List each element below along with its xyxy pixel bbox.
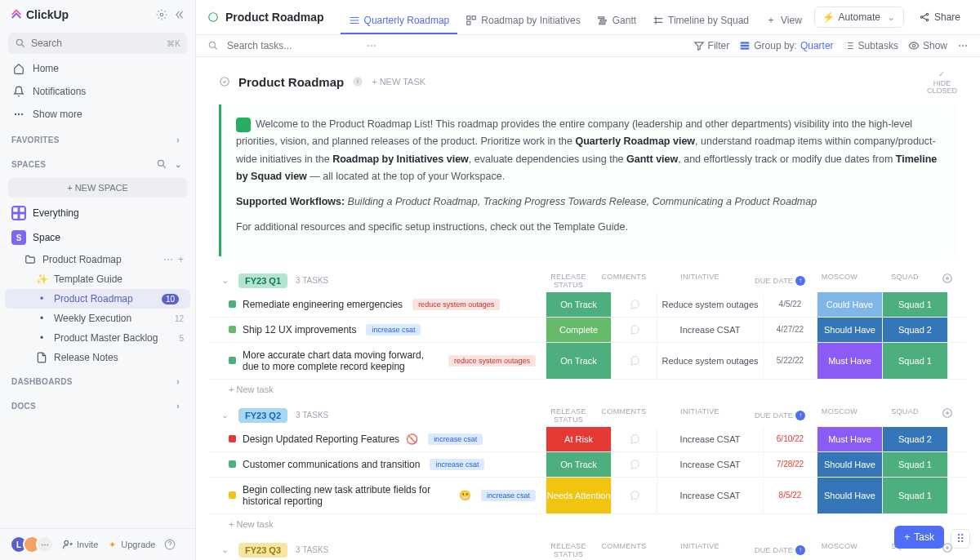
view-tab[interactable]: Gantt — [589, 8, 644, 34]
task-tag[interactable]: increase csat — [481, 490, 536, 501]
add-task-row[interactable]: + New task — [209, 514, 967, 534]
tree-item[interactable]: •Weekly Execution12 — [0, 309, 195, 328]
tree-item[interactable]: Release Notes — [0, 348, 195, 367]
col-header-comments[interactable]: COMMENTS — [601, 407, 647, 424]
due-date-cell[interactable]: 5/22/22 — [763, 343, 817, 379]
col-header-initiative[interactable]: INITIATIVE — [647, 542, 753, 558]
search-spaces-icon[interactable] — [156, 158, 167, 170]
task-tag[interactable]: increase csat — [430, 459, 484, 470]
tree-item[interactable]: ✨Template Guide — [0, 269, 195, 289]
col-header-moscow[interactable]: MOSCOW — [807, 273, 872, 289]
task-row[interactable]: Design Updated Reporting Features 🚫incre… — [209, 427, 967, 452]
task-row[interactable]: Ship 12 UX improvements increase csatCom… — [209, 318, 967, 343]
initiative-cell[interactable]: Increase CSAT — [657, 452, 763, 477]
invite-button[interactable]: Invite — [62, 539, 98, 550]
add-column-button[interactable] — [938, 407, 957, 424]
settings-icon[interactable] — [156, 9, 167, 20]
task-name[interactable]: Customer communications and transition — [243, 459, 420, 470]
new-task-link[interactable]: + NEW TASK — [372, 77, 425, 87]
moscow-cell[interactable]: Should Have — [817, 452, 882, 477]
sort-indicator[interactable]: ↑ — [795, 545, 805, 555]
dashboards-header[interactable]: DASHBOARDS› — [0, 367, 195, 392]
squad-cell[interactable]: Squad 2 — [882, 318, 947, 342]
col-header-squad[interactable]: SQUAD — [872, 407, 938, 424]
avatar-stack[interactable]: L ⋯ — [10, 536, 54, 553]
tree-item[interactable]: •Product Roadmap10 — [5, 289, 190, 309]
col-header-moscow[interactable]: MOSCOW — [807, 542, 872, 558]
add-column-button[interactable] — [938, 273, 957, 289]
task-row[interactable]: Begin collecting new task attribute fiel… — [209, 478, 967, 514]
subtasks-button[interactable]: Subtasks — [844, 40, 898, 51]
show-button[interactable]: Show — [908, 40, 947, 51]
chevron-down-icon[interactable]: ⌄ — [172, 158, 184, 170]
comments-cell[interactable] — [611, 427, 657, 451]
due-date-cell[interactable]: 4/5/22 — [763, 292, 817, 317]
initiative-cell[interactable]: Increase CSAT — [657, 318, 763, 342]
info-icon[interactable]: i — [352, 76, 363, 87]
moscow-cell[interactable]: Could Have — [817, 292, 882, 317]
squad-cell[interactable]: Squad 1 — [882, 343, 947, 379]
task-name[interactable]: More accurate chart data moving forward,… — [243, 349, 439, 372]
task-tag[interactable]: reduce system outages — [412, 299, 500, 310]
release-status-cell[interactable]: On Track — [546, 452, 611, 477]
col-header-status[interactable]: RELEASE STATUS — [536, 542, 601, 558]
group-header[interactable]: ⌄FY23 Q23 TASKSRELEASE STATUSCOMMENTSINI… — [209, 404, 967, 427]
squad-cell[interactable]: Squad 2 — [882, 427, 947, 451]
task-tag[interactable]: increase csat — [428, 433, 483, 445]
task-tag[interactable]: reduce system outages — [448, 355, 536, 367]
col-header-moscow[interactable]: MOSCOW — [807, 407, 872, 424]
moscow-cell[interactable]: Must Have — [817, 343, 882, 379]
plus-icon[interactable]: + — [178, 254, 184, 265]
task-row[interactable]: Remediate engineering emergencies reduce… — [209, 292, 967, 318]
due-date-cell[interactable]: 4/27/22 — [763, 318, 817, 342]
squad-cell[interactable]: Squad 1 — [882, 478, 947, 513]
status-square[interactable] — [229, 300, 236, 308]
more-options-icon[interactable]: ⋯ — [366, 40, 377, 51]
comments-cell[interactable] — [611, 343, 657, 379]
chevron-down-icon[interactable]: ⌄ — [219, 410, 230, 421]
status-square[interactable] — [229, 460, 236, 468]
release-status-cell[interactable]: At Risk — [546, 427, 611, 451]
comments-cell[interactable] — [611, 292, 657, 317]
nav-home[interactable]: Home — [0, 57, 195, 80]
add-task-row[interactable]: + New task — [209, 380, 967, 399]
task-name[interactable]: Ship 12 UX improvements — [243, 324, 356, 336]
col-header-initiative[interactable]: INITIATIVE — [647, 273, 753, 289]
nav-notifications[interactable]: Notifications — [0, 80, 195, 103]
release-status-cell[interactable]: Complete — [546, 318, 611, 342]
automate-button[interactable]: ⚡Automate⌄ — [814, 7, 904, 28]
filter-button[interactable]: Filter — [693, 40, 730, 51]
status-square[interactable] — [229, 357, 236, 364]
task-tag[interactable]: increase csat — [366, 324, 421, 336]
status-square[interactable] — [229, 326, 236, 333]
sort-indicator[interactable]: ↑ — [795, 411, 805, 420]
task-name[interactable]: Remediate engineering emergencies — [243, 299, 403, 310]
new-space-button[interactable]: + NEW SPACE — [8, 178, 187, 198]
task-name[interactable]: Begin collecting new task attribute fiel… — [243, 484, 452, 507]
release-status-cell[interactable]: On Track — [546, 292, 611, 317]
col-header-squad[interactable]: SQUAD — [872, 273, 938, 289]
task-row[interactable]: More accurate chart data moving forward,… — [209, 343, 967, 380]
new-task-fab[interactable]: +Task — [894, 526, 944, 549]
group-header[interactable]: ⌄FY23 Q13 TASKSRELEASE STATUSCOMMENTSINI… — [209, 269, 967, 292]
group-by-button[interactable]: Group by: Quarter — [739, 40, 833, 51]
breadcrumb-title[interactable]: Product Roadmap — [207, 11, 324, 24]
tree-item[interactable]: •Product Master Backlog5 — [0, 328, 195, 348]
due-date-cell[interactable]: 7/28/22 — [763, 452, 817, 477]
group-chip[interactable]: FY23 Q1 — [238, 273, 287, 288]
col-header-due[interactable]: DUE DATE↑ — [753, 542, 807, 558]
initiative-cell[interactable]: Increase CSAT — [657, 478, 763, 513]
view-tab[interactable]: Roadmap by Initiatives — [457, 8, 588, 34]
comments-cell[interactable] — [611, 452, 657, 477]
add-view-button[interactable]: +View — [757, 8, 810, 34]
due-date-cell[interactable]: 8/5/22 — [763, 478, 817, 513]
col-header-due[interactable]: DUE DATE↑ — [753, 273, 807, 289]
sidebar-search[interactable]: ⌘K — [8, 33, 187, 54]
view-tab[interactable]: Quarterly Roadmap — [341, 8, 458, 34]
col-header-status[interactable]: RELEASE STATUS — [536, 407, 601, 424]
task-name[interactable]: Design Updated Reporting Features — [243, 433, 399, 445]
hide-closed-toggle[interactable]: ✓HIDE CLOSED — [927, 69, 957, 95]
everything-item[interactable]: Everything — [0, 201, 195, 225]
initiative-cell[interactable]: Reduce system outages — [657, 292, 763, 317]
tree-item[interactable]: Product Roadmap⋯+ — [0, 250, 195, 269]
